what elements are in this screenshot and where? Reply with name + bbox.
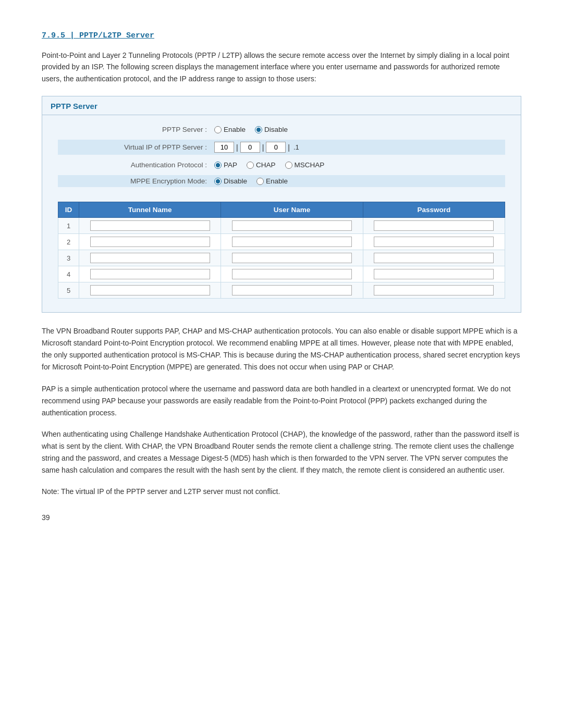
table-row: 2	[58, 234, 505, 250]
table-row: 5	[58, 282, 505, 299]
pptp-disable-option[interactable]: Disable	[255, 126, 288, 133]
password-input-2[interactable]	[374, 237, 494, 247]
body-paragraph-1: The VPN Broadband Router supports PAP, C…	[42, 325, 521, 373]
chap-radio[interactable]	[247, 162, 254, 169]
row-id: 1	[58, 218, 79, 234]
mppe-enable-radio[interactable]	[256, 178, 264, 185]
user-name-cell	[221, 266, 363, 282]
user-name-input-3[interactable]	[232, 253, 352, 263]
section-title: 7.9.5 | PPTP/L2TP Server	[42, 31, 521, 40]
mppe-disable-option[interactable]: Disable	[214, 177, 247, 185]
tunnel-name-cell	[79, 250, 221, 266]
password-cell	[363, 218, 505, 234]
pap-label: PAP	[224, 161, 237, 169]
ip-sep-3: |	[288, 143, 290, 152]
ip-sep-2: |	[262, 143, 264, 152]
password-cell	[363, 234, 505, 250]
row-id: 2	[58, 234, 79, 250]
mppe-enable-label: Enable	[266, 177, 288, 185]
pptp-disable-label: Disable	[264, 126, 288, 133]
user-name-cell	[221, 218, 363, 234]
mppe-label: MPPE Encryption Mode:	[58, 177, 214, 185]
col-id: ID	[58, 202, 79, 218]
body-paragraph-3: When authenticating using Challenge Hand…	[42, 428, 521, 476]
tunnel-name-input-5[interactable]	[90, 285, 210, 295]
password-cell	[363, 266, 505, 282]
mppe-disable-radio[interactable]	[214, 178, 222, 185]
chap-option[interactable]: CHAP	[247, 161, 276, 169]
ip-octet-1[interactable]	[214, 142, 234, 153]
user-name-input-4[interactable]	[232, 269, 352, 279]
auth-protocol-label: Authentication Protocol :	[58, 161, 214, 169]
mschap-label: MSCHAP	[295, 161, 325, 169]
auth-protocol-row: Authentication Protocol : PAP CHAP MSCHA…	[58, 159, 505, 171]
user-name-input-5[interactable]	[232, 285, 352, 295]
table-row: 4	[58, 266, 505, 282]
user-name-input-1[interactable]	[232, 220, 352, 231]
table-row: 1	[58, 218, 505, 234]
virtual-ip-row: Virtual IP of PPTP Server : | | | .1	[58, 140, 505, 155]
chap-label: CHAP	[256, 161, 276, 169]
tunnel-name-input-1[interactable]	[90, 220, 210, 231]
mppe-enable-option[interactable]: Enable	[256, 177, 288, 185]
mppe-disable-label: Disable	[224, 177, 247, 185]
pptp-disable-radio[interactable]	[255, 126, 262, 133]
mschap-option[interactable]: MSCHAP	[285, 161, 325, 169]
pap-option[interactable]: PAP	[214, 161, 237, 169]
pptp-box: PPTP Server PPTP Server : Enable Disable	[42, 96, 521, 313]
pptp-enable-radio[interactable]	[214, 126, 222, 133]
pptp-enable-option[interactable]: Enable	[214, 126, 246, 133]
pptp-box-title: PPTP Server	[42, 96, 521, 115]
user-name-cell	[221, 282, 363, 299]
mschap-radio[interactable]	[285, 162, 292, 169]
pptp-server-row: PPTP Server : Enable Disable	[58, 124, 505, 135]
tunnel-name-input-3[interactable]	[90, 253, 210, 263]
pptp-server-label: PPTP Server :	[58, 126, 214, 133]
col-password: Password	[363, 202, 505, 218]
note-text: Note: The virtual IP of the PPTP server …	[42, 486, 521, 498]
pap-radio[interactable]	[214, 162, 222, 169]
col-tunnel-name: Tunnel Name	[79, 202, 221, 218]
tunnel-name-cell	[79, 282, 221, 299]
col-user-name: User Name	[221, 202, 363, 218]
row-id: 5	[58, 282, 79, 299]
tunnel-name-input-2[interactable]	[90, 237, 210, 247]
tunnel-name-input-4[interactable]	[90, 269, 210, 279]
ip-last-octet: .1	[292, 143, 299, 151]
tunnel-name-cell	[79, 266, 221, 282]
ip-sep-1: |	[236, 143, 238, 152]
user-name-cell	[221, 234, 363, 250]
password-cell	[363, 250, 505, 266]
table-row: 3	[58, 250, 505, 266]
ip-octet-2[interactable]	[240, 142, 260, 153]
password-input-1[interactable]	[374, 220, 494, 231]
tunnel-name-cell	[79, 234, 221, 250]
users-table-wrap: ID Tunnel Name User Name Password 1 2	[58, 202, 505, 305]
intro-text: Point-to-Point and Layer 2 Tunneling Pro…	[42, 50, 521, 84]
user-name-cell	[221, 250, 363, 266]
password-input-4[interactable]	[374, 269, 494, 279]
password-input-3[interactable]	[374, 253, 494, 263]
ip-octet-3[interactable]	[266, 142, 286, 153]
pptp-enable-label: Enable	[224, 126, 246, 133]
mppe-row: MPPE Encryption Mode: Disable Enable	[58, 175, 505, 187]
body-paragraph-2: PAP is a simple authentication protocol …	[42, 383, 521, 419]
user-name-input-2[interactable]	[232, 237, 352, 247]
users-table: ID Tunnel Name User Name Password 1 2	[58, 202, 505, 299]
page-number: 39	[42, 513, 521, 522]
tunnel-name-cell	[79, 218, 221, 234]
password-cell	[363, 282, 505, 299]
password-input-5[interactable]	[374, 285, 494, 295]
virtual-ip-label: Virtual IP of PPTP Server :	[58, 143, 214, 151]
row-id: 3	[58, 250, 79, 266]
row-id: 4	[58, 266, 79, 282]
